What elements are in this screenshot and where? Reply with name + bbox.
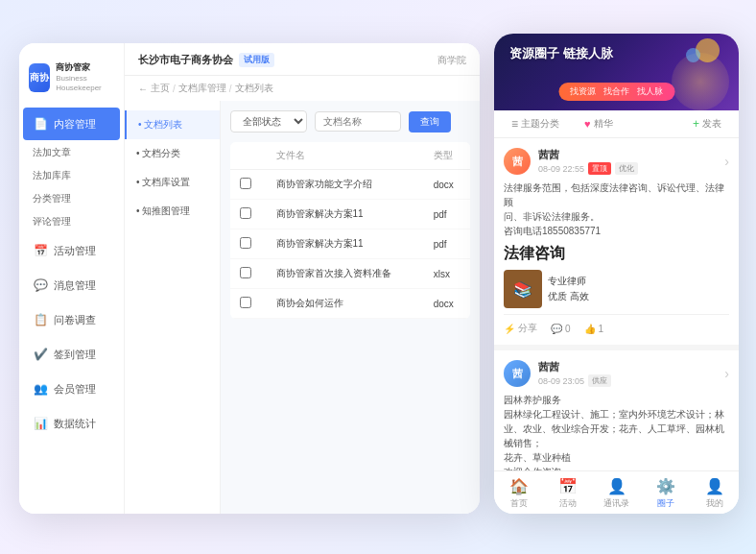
desktop-panel: 商协 商协管家 Business Housekeeper 📄 内容管理 法加文章… — [19, 43, 480, 514]
breadcrumb: ← 主页 / 文档库管理 / 文档列表 — [125, 76, 480, 101]
banner-decoration — [672, 53, 729, 110]
post-highlight-1: 法律咨询 — [504, 244, 729, 264]
comment-icon-1: 💬 — [551, 324, 562, 334]
mobile-top-tabs: ≡ 主题分类 ♥ 精华 + 发表 — [494, 110, 739, 138]
post-header-1: 茜 茜茜 08-09 22:55 置顶 优化 › — [504, 148, 729, 175]
row-filetype: pdf — [424, 200, 470, 229]
row-checkbox[interactable] — [230, 229, 267, 259]
sub-item-library[interactable]: 法加库库 — [19, 164, 124, 187]
row-checkbox[interactable] — [230, 200, 267, 229]
mobile-bottom-nav: 🏠 首页 📅 活动 👤 通讯录 ⚙️ 圈子 👤 我的 — [494, 470, 739, 514]
checkin-icon: ✔️ — [33, 347, 48, 362]
badge-opt-1: 优化 — [615, 162, 638, 175]
post-body-1: 法律服务范围，包括深度法律咨询、诉讼代理、法律顾问、非诉讼法律服务。咨询电话18… — [504, 181, 729, 238]
activity-icon: 📅 — [33, 243, 48, 258]
post-header-2: 茜 茜茜 08-09 23:05 供应 › — [504, 360, 729, 387]
table-row[interactable]: 商协管家解决方案11 pdf — [230, 200, 470, 229]
file-area: 全部状态 查询 文件名 类型 — [221, 101, 480, 514]
table-row[interactable]: 商协管家解决方案11 pdf — [230, 229, 470, 259]
logo-icon: 商协 — [29, 63, 50, 92]
like-button-1[interactable]: 👍 1 — [584, 322, 604, 335]
sidebar-item-message[interactable]: 💬 消息管理 — [23, 269, 120, 301]
filename-filter[interactable] — [315, 111, 401, 132]
sidebar-item-stats[interactable]: 📊 数据统计 — [23, 407, 120, 440]
row-filename: 商协管家首次接入资料准备 — [267, 259, 424, 289]
avatar-2: 茜 — [504, 360, 531, 387]
sidebar-item-content[interactable]: 📄 内容管理 — [23, 108, 120, 140]
post-img-text-1: 专业律师 优质 高效 — [548, 270, 589, 308]
heart-icon: ♥ — [584, 118, 591, 130]
row-checkbox[interactable] — [230, 289, 267, 319]
badge-supply-2: 供应 — [588, 374, 611, 387]
mine-icon: 👤 — [705, 477, 724, 495]
home-icon: 🏠 — [509, 477, 529, 495]
sub-item-category[interactable]: 分类管理 — [19, 187, 124, 210]
contacts-icon: 👤 — [607, 477, 626, 495]
filter-row: 全部状态 查询 — [230, 110, 470, 132]
col-type: 类型 — [424, 142, 470, 170]
row-filetype: xlsx — [424, 259, 470, 289]
post-time-1: 08-09 22:55 置顶 优化 — [538, 162, 717, 175]
study-button[interactable]: 商学院 — [437, 54, 466, 67]
member-icon: 👥 — [33, 381, 48, 397]
sidebar-item-activity[interactable]: 📅 活动管理 — [23, 234, 120, 267]
bottom-nav-home[interactable]: 🏠 首页 — [494, 477, 543, 510]
logo-text: 商协管家 Business Housekeeper — [56, 62, 114, 93]
message-icon: 💬 — [33, 277, 48, 293]
chevron-icon-1: › — [724, 154, 729, 169]
avatar-1: 茜 — [504, 148, 531, 175]
org-tag-badge: 试用版 — [239, 53, 274, 67]
post-time-2: 08-09 23:05 供应 — [538, 374, 717, 387]
row-filename: 商协管家功能文字介绍 — [267, 170, 424, 200]
post-image-area-1: 📚 专业律师 优质 高效 — [504, 270, 729, 308]
sub-nav-doc-settings[interactable]: • 文档库设置 — [125, 168, 220, 197]
bottom-nav-circle[interactable]: ⚙️ 圈子 — [641, 477, 690, 510]
banner-cta[interactable]: 找资源 找合作 找人脉 — [558, 83, 674, 101]
app-wrapper: 商协 商协管家 Business Housekeeper 📄 内容管理 法加文章… — [0, 0, 756, 554]
mobile-banner: 资源圈子 链接人脉 找资源 找合作 找人脉 — [494, 34, 739, 110]
row-filetype: docx — [424, 289, 470, 319]
status-filter[interactable]: 全部状态 — [230, 110, 307, 132]
sidebar-item-member[interactable]: 👥 会员管理 — [23, 373, 120, 405]
content-wrapper: • 文档列表 • 文档分类 • 文档库设置 • 知推图管理 全部状态 查询 — [125, 101, 480, 514]
row-filetype: pdf — [424, 229, 470, 259]
post-meta-1: 茜茜 08-09 22:55 置顶 优化 — [538, 148, 717, 175]
sub-nav-doc-push[interactable]: • 知推图管理 — [125, 197, 220, 226]
row-filetype: docx — [424, 170, 470, 200]
bottom-nav-contacts[interactable]: 👤 通讯录 — [592, 477, 641, 510]
bottom-nav-activity[interactable]: 📅 活动 — [543, 477, 592, 510]
sidebar-item-checkin[interactable]: ✔️ 签到管理 — [23, 338, 120, 371]
sub-nav: • 文档列表 • 文档分类 • 文档库设置 • 知推图管理 — [125, 101, 221, 514]
row-filename: 商协管家解决方案11 — [267, 229, 424, 259]
row-filename: 商协管家解决方案11 — [267, 200, 424, 229]
circle-icon: ⚙️ — [656, 477, 675, 495]
row-filename: 商协会如何运作 — [267, 289, 424, 319]
sub-nav-doc-category[interactable]: • 文档分类 — [125, 139, 220, 168]
sub-item-comment[interactable]: 评论管理 — [19, 210, 124, 233]
search-button[interactable]: 查询 — [409, 111, 451, 132]
bottom-nav-mine[interactable]: 👤 我的 — [690, 477, 739, 510]
tab-category[interactable]: ≡ 主题分类 — [504, 110, 567, 137]
table-row[interactable]: 商协管家首次接入资料准备 xlsx — [230, 259, 470, 289]
poster-name-2: 茜茜 — [538, 360, 717, 374]
tab-post[interactable]: + 发表 — [685, 110, 729, 137]
row-checkbox[interactable] — [230, 170, 267, 200]
row-checkbox[interactable] — [230, 259, 267, 289]
table-row[interactable]: 商协管家功能文字介绍 docx — [230, 170, 470, 200]
badge-top-1: 置顶 — [588, 162, 611, 175]
table-row[interactable]: 商协会如何运作 docx — [230, 289, 470, 319]
org-name: 长沙市电子商务协会 试用版 — [138, 53, 274, 67]
mobile-panel: 资源圈子 链接人脉 找资源 找合作 找人脉 ≡ 主题分类 ♥ 精华 + — [494, 34, 739, 514]
chevron-icon-2: › — [724, 366, 729, 381]
file-table: 文件名 类型 商协管家功能文字介绍 docx 商协管家解决方案11 pdf 商协… — [230, 142, 470, 319]
survey-icon: 📋 — [33, 312, 48, 327]
comment-button-1[interactable]: 💬 0 — [551, 322, 571, 335]
sub-item-article[interactable]: 法加文章 — [19, 141, 124, 164]
activity-bottom-icon: 📅 — [558, 477, 578, 495]
share-button-1[interactable]: ⚡ 分享 — [504, 322, 537, 335]
top-bar: 长沙市电子商务协会 试用版 商学院 — [125, 43, 480, 76]
stats-icon: 📊 — [33, 416, 48, 431]
sidebar-item-survey[interactable]: 📋 问卷调查 — [23, 303, 120, 336]
tab-featured[interactable]: ♥ 精华 — [577, 110, 621, 137]
sub-nav-doc-list[interactable]: • 文档列表 — [125, 110, 220, 139]
